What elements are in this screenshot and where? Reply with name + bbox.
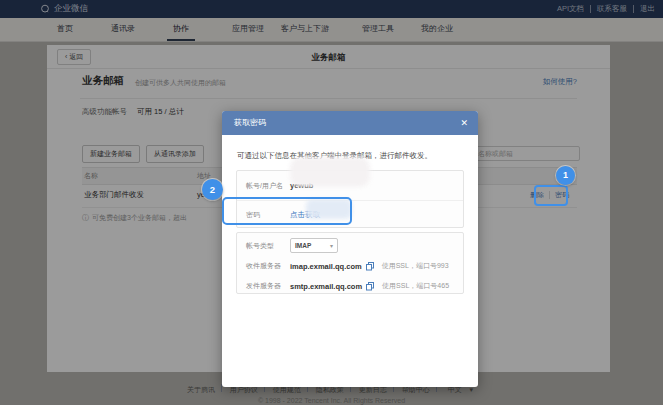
step2-highlight-box [222,197,352,225]
smtp-server-note: 使用SSL，端口号465 [382,281,449,291]
imap-server-label: 收件服务器 [237,261,290,271]
copy-icon[interactable] [366,262,374,271]
imap-server-value: imap.exmail.qq.com [290,262,362,271]
modal-title: 获取密码 [234,111,266,135]
account-type-select[interactable]: IMAP ▾ [290,238,338,253]
account-label: 帐号/用户名 [237,181,290,191]
copy-icon[interactable] [366,282,374,291]
wecom-admin-page: 企业微信 API文档 联系客服 退出 首页 通讯录 协作 应用管理 客户与上下游… [0,0,663,405]
server-settings-group: 帐号类型 IMAP ▾ 收件服务器 imap.exmail.qq.com 使用S… [236,232,464,294]
get-password-modal: 获取密码 ✕ 可通过以下信息在其他客户端中登录邮箱，进行邮件收发。 帐号/用户名… [222,111,478,387]
caret-down-icon: ▾ [330,242,333,249]
close-icon[interactable]: ✕ [460,111,468,135]
account-type-label: 帐号类型 [237,241,290,251]
step2-badge: 2 [202,179,223,200]
account-type-row: 帐号类型 IMAP ▾ [237,233,463,256]
imap-server-row: 收件服务器 imap.exmail.qq.com 使用SSL，端口号993 [237,256,463,276]
redaction-blur [290,157,370,187]
step1-badge: 1 [556,166,575,185]
imap-server-note: 使用SSL，端口号993 [382,261,449,271]
smtp-server-label: 发件服务器 [237,281,290,291]
modal-header: 获取密码 ✕ [222,111,478,135]
step1-highlight-box [534,185,568,206]
smtp-server-row: 发件服务器 smtp.exmail.qq.com 使用SSL，端口号465 [237,276,463,296]
smtp-server-value: smtp.exmail.qq.com [290,282,362,291]
